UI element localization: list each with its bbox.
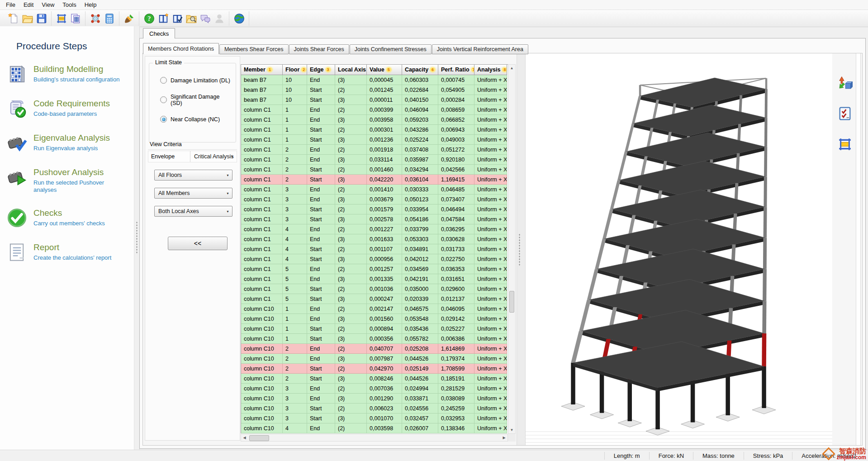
sidebar-item-checks[interactable]: Checks Carry out members' checks	[6, 207, 134, 228]
sidebar-item-code-requirements[interactable]: Code Requirements Code-based parameters	[6, 98, 134, 119]
column-header-value[interactable]: Value5	[367, 65, 402, 75]
table-row[interactable]: column C101Start(3)0,0003560,0557820,006…	[241, 334, 508, 344]
table-row[interactable]: column C101End(3)0,0015600,0535480,02914…	[241, 314, 508, 324]
menu-tools[interactable]: Tools	[58, 0, 80, 9]
table-row[interactable]: column C12Start(2)0,0014600,0342940,0425…	[241, 165, 508, 175]
sidebar-item-report[interactable]: Report Create the calculations' report	[6, 242, 134, 263]
table-row[interactable]: column C11Start(2)0,0003010,0432860,0069…	[241, 125, 508, 135]
table-row[interactable]: column C15End(2)0,0012570,0345690,036353…	[241, 264, 508, 274]
column-header-analysis[interactable]: Analysis8	[474, 65, 507, 75]
table-row[interactable]: column C11Start(3)0,0012360,0252240,0490…	[241, 135, 508, 145]
search-folder-icon[interactable]	[184, 11, 198, 25]
table-row[interactable]: column C12End(2)0,0019180,0374080,051272…	[241, 145, 508, 155]
calculator-icon[interactable]	[102, 11, 116, 25]
column-header-capacity[interactable]: Capacity6	[402, 65, 438, 75]
members-checklist-icon[interactable]	[836, 105, 854, 122]
table-row[interactable]: column C14Start(2)0,0011070,0348910,0317…	[241, 244, 508, 254]
table-row[interactable]: column C13End(2)0,0014100,0303330,046485…	[241, 185, 508, 195]
subtab-joints-shear-forces[interactable]: Joints Shear Forces	[289, 44, 349, 54]
subtab-joints-confinement-stresses[interactable]: Joints Confinement Stresses	[350, 44, 432, 54]
subtab-members-chord-rotations[interactable]: Members Chord Rotations	[143, 43, 219, 54]
table-row[interactable]: column C101End(2)0,0021470,0465750,04609…	[241, 304, 508, 314]
manual-book-icon[interactable]	[156, 11, 170, 25]
table-row[interactable]: beam B710End(3)0,0000450,0603030,000745U…	[241, 75, 508, 85]
table-row[interactable]: column C14End(2)0,0012270,0337990,036295…	[241, 224, 508, 234]
table-row[interactable]: column C14End(3)0,0016330,0533030,030628…	[241, 234, 508, 244]
web-globe-icon[interactable]	[232, 11, 246, 25]
table-row[interactable]: column C13Start(3)0,0025780,0541860,0475…	[241, 214, 508, 224]
radio-damage-limitation-dl-[interactable]: Damage Limitation (DL)	[160, 76, 230, 85]
report-document-icon[interactable]	[68, 11, 82, 25]
frame-model-icon[interactable]	[54, 11, 68, 25]
user-icon[interactable]	[212, 11, 226, 25]
scroll-right-icon[interactable]: ▶	[501, 434, 508, 441]
vertical-scroll-thumb[interactable]	[509, 291, 514, 313]
table-row[interactable]: column C102End(2)0,0407070,0252081,61486…	[241, 344, 508, 354]
table-row[interactable]: column C103End(3)0,0012900,0338710,03808…	[241, 394, 508, 404]
critical-analysis-select[interactable]: Critical Analysis ▼	[190, 151, 237, 162]
table-row[interactable]: column C12Start(3)0,0422200,0361041,1694…	[241, 175, 508, 185]
table-row[interactable]: column C102End(3)0,0079870,0445260,17937…	[241, 354, 508, 364]
table-row[interactable]: column C11End(3)0,0039580,0592030,066852…	[241, 115, 508, 125]
paint-brush-icon[interactable]	[122, 11, 136, 25]
tab-checks[interactable]: Checks	[143, 28, 175, 38]
scroll-down-icon[interactable]: ▼	[508, 427, 515, 433]
scroll-up-icon[interactable]: ▲	[508, 65, 515, 71]
members-select[interactable]: All Members ▼	[154, 188, 232, 199]
sidebar-item-pushover-analysis[interactable]: Pushover Analysis Run the selected Pusho…	[6, 166, 134, 194]
open-project-icon[interactable]	[20, 11, 34, 25]
model-3d-view[interactable]	[526, 53, 832, 445]
table-row[interactable]: column C102Start(3)0,0082460,0445260,185…	[241, 374, 508, 384]
table-row[interactable]: column C104End(2)0,0035980,0260070,13834…	[241, 423, 508, 433]
table-row[interactable]: beam B710Start(3)0,0000110,0401500,00028…	[241, 95, 508, 105]
save-icon[interactable]	[34, 11, 48, 25]
table-row[interactable]: column C101Start(2)0,0008940,0354360,025…	[241, 324, 508, 334]
table-row[interactable]: column C15End(3)0,0013350,0421910,031651…	[241, 274, 508, 284]
table-cell: End	[307, 394, 335, 404]
column-header-local-axis[interactable]: Local Axis4	[335, 65, 367, 75]
deformed-shape-icon[interactable]	[836, 74, 854, 91]
column-header-perf-ratio[interactable]: Perf. Ratio7	[438, 65, 474, 75]
table-row[interactable]: column C102Start(2)0,0429700,0251491,708…	[241, 364, 508, 374]
table-row[interactable]: beam B710Start(2)0,0012450,0226840,05490…	[241, 85, 508, 95]
horizontal-scrollbar[interactable]: ◀ ▶	[241, 434, 508, 442]
menu-view[interactable]: View	[38, 0, 58, 9]
model-3d-icon[interactable]	[88, 11, 102, 25]
column-header-member[interactable]: Member1	[241, 65, 283, 75]
collapse-panel-button[interactable]: <<	[168, 237, 228, 250]
table-row[interactable]: column C14Start(3)0,0009560,0420120,0227…	[241, 254, 508, 264]
vertical-scrollbar[interactable]: ▲ ▼	[508, 64, 516, 434]
table-row[interactable]: column C15Start(2)0,0010360,0350000,0296…	[241, 284, 508, 294]
subtab-members-shear-forces[interactable]: Members Shear Forces	[219, 44, 289, 54]
radio-near-collapse-nc-[interactable]: Near Collapse (NC)	[160, 115, 230, 124]
verify-book-icon[interactable]	[170, 11, 184, 25]
column-header-edge[interactable]: Edge3	[307, 65, 335, 75]
scroll-left-icon[interactable]: ◀	[241, 434, 248, 441]
sidebar-item-building-modelling[interactable]: Building Modelling Building's structural…	[6, 63, 134, 85]
table-row[interactable]: column C103Start(3)0,0010700,0324570,032…	[241, 413, 508, 423]
axes-select[interactable]: Both Local Axes ▼	[154, 206, 232, 217]
radio-significant-damage-sd-[interactable]: Significant Damage (SD)	[160, 95, 230, 105]
floors-select[interactable]: All Floors ▼	[154, 170, 232, 181]
frame-view-icon[interactable]	[836, 136, 854, 153]
table-view-splitter[interactable]	[517, 53, 526, 445]
menu-file[interactable]: File	[2, 0, 19, 9]
table-row[interactable]: column C12End(3)0,0331140,0359870,920180…	[241, 155, 508, 165]
sidebar-item-eigenvalue-analysis[interactable]: Eigenvalue Analysis Run Eigenvalue analy…	[6, 132, 134, 153]
menu-help[interactable]: Help	[81, 0, 101, 9]
table-row[interactable]: column C103End(2)0,0070360,0249940,28152…	[241, 384, 508, 394]
horizontal-scroll-thumb[interactable]	[249, 435, 269, 441]
new-project-icon[interactable]	[6, 11, 20, 25]
table-row[interactable]: column C13Start(2)0,0015790,0339540,0464…	[241, 204, 508, 214]
comments-icon[interactable]	[198, 11, 212, 25]
column-header-floor[interactable]: Floor2	[283, 65, 307, 75]
table-row[interactable]: column C103Start(2)0,0060230,0245560,245…	[241, 404, 508, 413]
help-icon[interactable]: ?	[142, 11, 156, 25]
menu-edit[interactable]: Edit	[19, 0, 38, 9]
table-row[interactable]: column C13End(3)0,0036790,0501230,073407…	[241, 195, 508, 204]
table-row[interactable]: column C11End(2)0,0003990,0460940,008659…	[241, 105, 508, 115]
subtab-joints-vertical-reinforcement-area[interactable]: Joints Vertical Reinforcement Area	[432, 44, 528, 54]
table-row[interactable]: column C15Start(3)0,0002470,0203390,0121…	[241, 294, 508, 304]
envelope-label[interactable]: Envelope	[148, 151, 190, 162]
table-cell: Uniform + X	[474, 85, 507, 95]
